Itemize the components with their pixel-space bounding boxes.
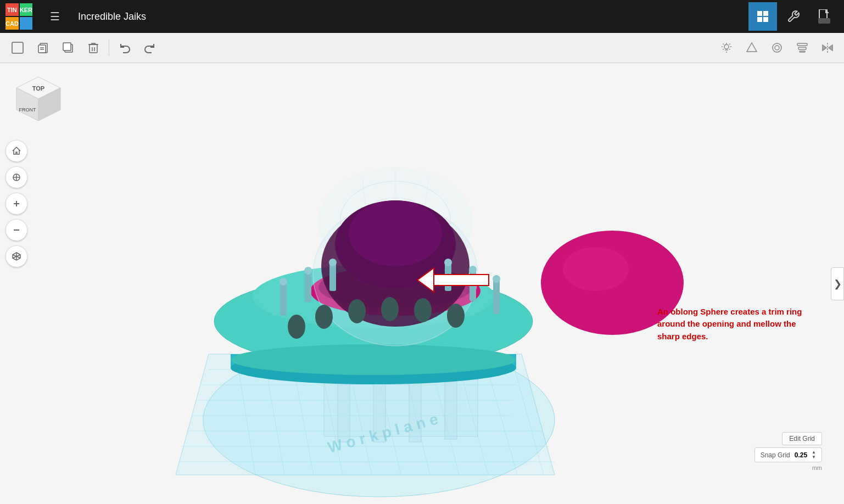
svg-text:TOP: TOP (32, 85, 44, 92)
svg-rect-9 (38, 45, 46, 53)
svg-point-85 (329, 259, 337, 266)
logo-br (20, 17, 32, 30)
snap-grid-up[interactable]: ▲ (812, 450, 816, 455)
svg-point-89 (469, 266, 477, 273)
svg-line-25 (723, 49, 724, 50)
bottom-right-controls: Edit Grid Snap Grid 0.25 ▲ ▼ mm (754, 432, 822, 471)
logo-tl: TIN (5, 3, 19, 16)
edit-grid-button[interactable]: Edit Grid (782, 432, 822, 445)
svg-rect-1 (763, 11, 768, 16)
zoom-in-button[interactable] (5, 193, 27, 215)
fit-view-button[interactable] (5, 166, 27, 188)
svg-rect-7 (12, 42, 23, 53)
tools-button[interactable] (779, 2, 808, 31)
perspective-button[interactable] (5, 245, 27, 267)
svg-line-24 (729, 44, 730, 45)
svg-point-81 (280, 278, 287, 285)
svg-marker-33 (823, 45, 826, 51)
header-right (748, 2, 839, 31)
zoom-out-button[interactable] (5, 219, 27, 241)
toolbar (0, 33, 844, 63)
scene: Workplane (0, 63, 844, 504)
svg-point-83 (304, 267, 312, 275)
snap-grid-arrows[interactable]: ▲ ▼ (812, 450, 816, 460)
svg-line-22 (723, 44, 724, 45)
svg-rect-6 (818, 18, 830, 24)
svg-text:FRONT: FRONT (19, 107, 36, 113)
circle-shape-button[interactable] (766, 37, 788, 59)
left-controls (5, 140, 27, 267)
svg-point-94 (348, 299, 366, 323)
shape-gen-button[interactable] (741, 37, 763, 59)
grid-view-button[interactable] (748, 2, 777, 31)
svg-point-28 (775, 46, 779, 50)
svg-rect-82 (305, 272, 311, 302)
svg-line-23 (729, 49, 730, 50)
svg-point-93 (315, 305, 333, 329)
svg-point-99 (563, 247, 629, 291)
svg-rect-84 (329, 264, 336, 291)
mm-label: mm (812, 464, 822, 471)
svg-marker-34 (829, 45, 832, 51)
view-cube[interactable]: TOP FRONT (11, 74, 66, 145)
svg-point-91 (493, 275, 500, 283)
light-button[interactable] (716, 37, 737, 59)
svg-point-79 (349, 200, 442, 266)
tinkercad-logo[interactable]: TIN KER CAD (5, 3, 32, 30)
toolbar-divider (109, 40, 109, 56)
svg-point-87 (444, 259, 452, 266)
svg-point-92 (288, 315, 305, 339)
annotation-text: An oblong Sphere creates a trim ring aro… (657, 306, 811, 343)
redo-button[interactable] (138, 36, 162, 60)
toolbar-right (716, 37, 839, 59)
snap-grid-label: Snap Grid (761, 451, 790, 459)
svg-rect-14 (90, 44, 97, 53)
new-shape-button[interactable] (5, 36, 30, 60)
snap-grid-value: 0.25 (795, 451, 807, 459)
svg-point-65 (231, 344, 516, 375)
snap-grid-area: Snap Grid 0.25 ▲ ▼ (754, 447, 822, 462)
svg-point-97 (447, 304, 465, 328)
svg-point-27 (773, 43, 781, 52)
home-button[interactable] (5, 140, 27, 162)
svg-point-17 (724, 44, 729, 49)
svg-rect-30 (798, 47, 806, 49)
svg-rect-80 (280, 283, 287, 316)
logo-tr: KER (20, 3, 32, 16)
svg-point-96 (414, 298, 432, 322)
export-button[interactable] (810, 2, 839, 31)
right-panel-toggle[interactable]: ❯ (831, 267, 844, 300)
svg-rect-3 (763, 17, 768, 22)
svg-rect-29 (797, 43, 807, 46)
paste-button[interactable] (31, 36, 55, 60)
svg-rect-90 (493, 280, 500, 314)
svg-rect-2 (757, 17, 762, 22)
delete-button[interactable] (81, 36, 105, 60)
svg-rect-13 (63, 43, 71, 51)
svg-rect-31 (800, 51, 805, 52)
header: TIN KER CAD ☰ Incredible Jaiks (0, 0, 844, 33)
align-button[interactable] (791, 37, 813, 59)
logo-bl: CAD (5, 17, 19, 30)
svg-point-95 (381, 297, 399, 321)
mirror-button[interactable] (817, 37, 839, 59)
duplicate-button[interactable] (56, 36, 80, 60)
canvas-area[interactable]: Workplane TOP FRONT (0, 63, 844, 504)
project-title: Incredible Jaiks (78, 11, 740, 23)
undo-button[interactable] (113, 36, 137, 60)
svg-rect-0 (757, 11, 762, 16)
svg-rect-101 (434, 275, 489, 285)
snap-grid-down[interactable]: ▼ (812, 455, 816, 460)
menu-button[interactable]: ☰ (41, 2, 69, 31)
